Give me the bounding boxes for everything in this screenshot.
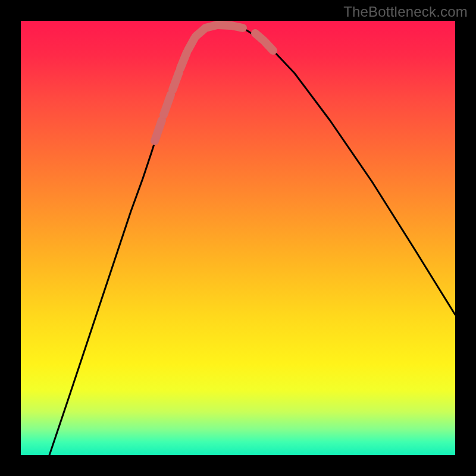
watermark-text: TheBottleneck.com bbox=[343, 4, 468, 20]
chart-series-group bbox=[49, 25, 455, 455]
chart-plot-area bbox=[21, 21, 455, 455]
series-pink-tick-1 bbox=[155, 120, 162, 141]
series-pink-tick-3 bbox=[173, 72, 179, 90]
series-pink-tick-5 bbox=[188, 38, 195, 50]
chart-svg bbox=[21, 21, 455, 455]
series-pink-tick-2 bbox=[164, 95, 171, 115]
series-pink-tick-9 bbox=[231, 26, 243, 28]
series-pink-tick-4 bbox=[180, 52, 187, 68]
chart-frame: TheBottleneck.com bbox=[0, 0, 476, 476]
series-black-curve bbox=[49, 25, 455, 455]
series-pink-tick-11 bbox=[265, 42, 273, 51]
